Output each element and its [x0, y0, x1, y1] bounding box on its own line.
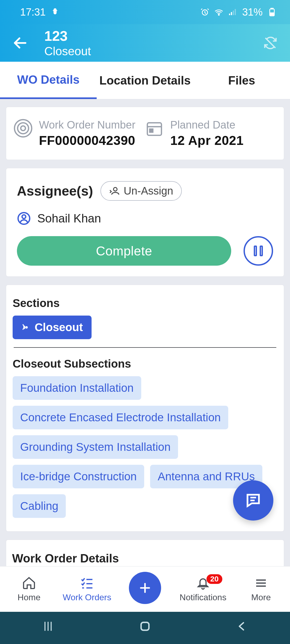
svg-point-1 — [218, 14, 219, 15]
nav-work-orders[interactable]: Work Orders — [58, 576, 116, 602]
planned-date-label: Planned Date — [170, 119, 244, 131]
calendar-icon — [145, 119, 164, 138]
nav-notifications[interactable]: 20 Notifications — [174, 576, 232, 602]
pause-icon — [254, 246, 263, 256]
sync-disabled-icon[interactable] — [263, 35, 278, 50]
nav-add[interactable] — [116, 575, 174, 604]
subsections-heading: Closeout Subsections — [13, 357, 279, 370]
plus-icon — [138, 581, 152, 595]
appbar: 123 Closeout — [0, 24, 290, 62]
work-orders-icon — [80, 576, 94, 590]
svg-rect-7 — [271, 8, 273, 9]
svg-rect-8 — [270, 13, 273, 15]
tabs: WO Details Location Details Files — [0, 62, 290, 99]
svg-rect-35 — [141, 622, 149, 630]
complete-label: Complete — [96, 244, 152, 258]
unassign-button[interactable]: Un-Assign — [100, 181, 182, 201]
nav-home[interactable]: Home — [0, 576, 58, 602]
wo-summary-card: Work Order Number FF00000042390 Planned … — [6, 107, 284, 160]
assignee-name: Sohail Khan — [37, 212, 101, 225]
assignee-heading: Assignee(s) — [17, 183, 93, 199]
nav-home-label: Home — [17, 592, 40, 602]
sections-heading: Sections — [13, 297, 279, 310]
svg-point-11 — [21, 126, 26, 131]
appbar-title: 123 — [44, 28, 263, 44]
assignee-user-icon — [17, 211, 31, 225]
svg-point-19 — [22, 215, 26, 219]
svg-point-20 — [26, 327, 27, 328]
section-chip-closeout-label: Closeout — [35, 321, 83, 334]
notifications-badge: 20 — [206, 574, 222, 584]
tab-files[interactable]: Files — [193, 62, 290, 99]
status-notification-icon — [50, 8, 60, 17]
signal-icon — [228, 8, 237, 17]
svg-rect-3 — [231, 12, 232, 15]
svg-point-17 — [114, 187, 117, 191]
battery-icon — [267, 8, 277, 17]
alarm-icon — [200, 8, 209, 17]
subsection-chip[interactable]: Foundation Installation — [13, 376, 141, 400]
tab-wo-details[interactable]: WO Details — [0, 62, 97, 99]
sections-divider — [14, 347, 276, 348]
nav-work-orders-label: Work Orders — [63, 592, 111, 602]
subsection-chip[interactable]: Cabling — [13, 494, 66, 518]
chat-fab[interactable] — [233, 480, 273, 521]
unassign-icon — [109, 186, 120, 196]
workorder-icon — [14, 119, 32, 138]
sys-home-button[interactable] — [138, 620, 152, 636]
planned-date-value: 12 Apr 2021 — [170, 133, 244, 148]
nav-more-label: More — [251, 592, 271, 602]
broadcast-icon — [21, 323, 30, 332]
wo-number-value: FF00000042390 — [39, 133, 135, 148]
svg-line-10 — [265, 38, 275, 48]
svg-rect-5 — [235, 9, 236, 15]
chat-icon — [245, 492, 262, 509]
section-chip-closeout[interactable]: Closeout — [13, 316, 92, 339]
svg-rect-16 — [150, 129, 153, 132]
nav-more[interactable]: More — [232, 576, 290, 602]
nav-notifications-label: Notifications — [180, 592, 226, 602]
appbar-subtitle: Closeout — [44, 45, 263, 58]
battery-percent: 31% — [242, 6, 263, 18]
details-heading: Work Order Details — [12, 552, 278, 565]
home-icon — [22, 576, 36, 590]
unassign-label: Un-Assign — [124, 185, 173, 197]
wo-number-label: Work Order Number — [39, 119, 135, 131]
svg-point-12 — [18, 123, 29, 134]
back-arrow-icon[interactable] — [12, 35, 28, 51]
statusbar: 17:31 31% — [0, 0, 290, 24]
bottom-navigation: Home Work Orders 20 Notifications More — [0, 566, 290, 612]
svg-rect-4 — [233, 10, 234, 15]
wifi-icon — [214, 8, 223, 17]
menu-icon — [254, 576, 268, 590]
status-time: 17:31 — [20, 6, 46, 18]
assignee-card: Assignee(s) Un-Assign Sohail Khan Comple… — [6, 168, 284, 277]
sys-back-button[interactable] — [236, 620, 248, 636]
complete-button[interactable]: Complete — [17, 236, 231, 266]
pause-button[interactable] — [244, 236, 273, 266]
subsection-chip[interactable]: Grounding System Installation — [13, 435, 178, 459]
android-system-nav — [0, 612, 290, 644]
svg-rect-2 — [229, 14, 230, 15]
tab-location-details[interactable]: Location Details — [97, 62, 193, 99]
sys-recent-button[interactable] — [42, 620, 54, 636]
subsection-chip[interactable]: Ice-bridge Construction — [13, 465, 144, 488]
subsection-chip[interactable]: Concrete Encased Electrode Installation — [13, 406, 228, 429]
